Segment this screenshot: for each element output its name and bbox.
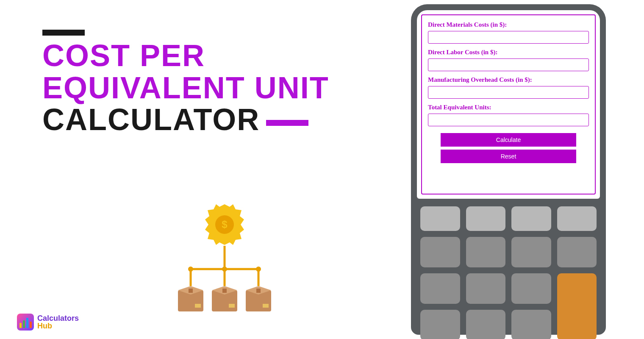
key-r3c1[interactable] xyxy=(420,273,460,304)
key-r1c2[interactable] xyxy=(466,206,506,231)
title-line-2: Calculator xyxy=(42,103,260,136)
svg-rect-15 xyxy=(229,304,235,308)
title-line-1a: Cost Per xyxy=(42,40,329,72)
key-r2c3[interactable] xyxy=(511,237,551,267)
svg-rect-14 xyxy=(222,289,227,293)
svg-point-8 xyxy=(188,267,193,272)
key-r1c3[interactable] xyxy=(511,206,551,231)
calculator-device: Direct Materials Costs (in $): Direct La… xyxy=(411,4,606,335)
decoration-bar-bottom xyxy=(266,120,308,126)
key-r2c4[interactable] xyxy=(557,237,597,267)
reset-button[interactable]: Reset xyxy=(441,150,576,163)
calculator-form: Direct Materials Costs (in $): Direct La… xyxy=(421,14,596,195)
cost-flow-illustration: $ xyxy=(169,199,280,326)
logo-word-2: Hub xyxy=(37,322,79,330)
units-input[interactable] xyxy=(428,114,589,126)
calculator-screen: Direct Materials Costs (in $): Direct La… xyxy=(417,10,600,199)
svg-rect-11 xyxy=(189,289,193,293)
hero-title: Cost Per Equivalent Unit Calculator xyxy=(42,30,329,136)
key-equals[interactable] xyxy=(557,273,597,339)
key-r4c2[interactable] xyxy=(466,310,506,339)
calculate-button[interactable]: Calculate xyxy=(441,133,576,147)
svg-text:$: $ xyxy=(222,219,228,230)
decoration-bar-top xyxy=(42,30,85,36)
key-r1c4[interactable] xyxy=(557,206,597,231)
logo-text: Calculators Hub xyxy=(37,314,79,330)
svg-point-9 xyxy=(256,267,261,272)
svg-rect-12 xyxy=(195,304,201,308)
logo-word-1: Calculators xyxy=(37,314,79,322)
key-r4c1[interactable] xyxy=(420,310,460,339)
key-r2c2[interactable] xyxy=(466,237,506,267)
key-r1c1[interactable] xyxy=(420,206,460,231)
key-r4c3[interactable] xyxy=(511,310,551,339)
key-r3c3[interactable] xyxy=(511,273,551,304)
labor-label: Direct Labor Costs (in $): xyxy=(428,49,589,56)
brand-logo: Calculators Hub xyxy=(17,314,79,331)
overhead-label: Manufacturing Overhead Costs (in $): xyxy=(428,76,589,83)
svg-rect-17 xyxy=(256,289,261,293)
units-label: Total Equivalent Units: xyxy=(428,104,589,111)
materials-input[interactable] xyxy=(428,31,589,44)
key-r2c1[interactable] xyxy=(420,237,460,267)
overhead-input[interactable] xyxy=(428,86,589,99)
key-r3c2[interactable] xyxy=(466,273,506,304)
calculator-keypad xyxy=(417,206,600,339)
logo-icon xyxy=(17,314,34,331)
svg-rect-18 xyxy=(263,304,269,308)
title-line-1b: Equivalent Unit xyxy=(42,72,329,104)
materials-label: Direct Materials Costs (in $): xyxy=(428,21,589,28)
labor-input[interactable] xyxy=(428,58,589,71)
